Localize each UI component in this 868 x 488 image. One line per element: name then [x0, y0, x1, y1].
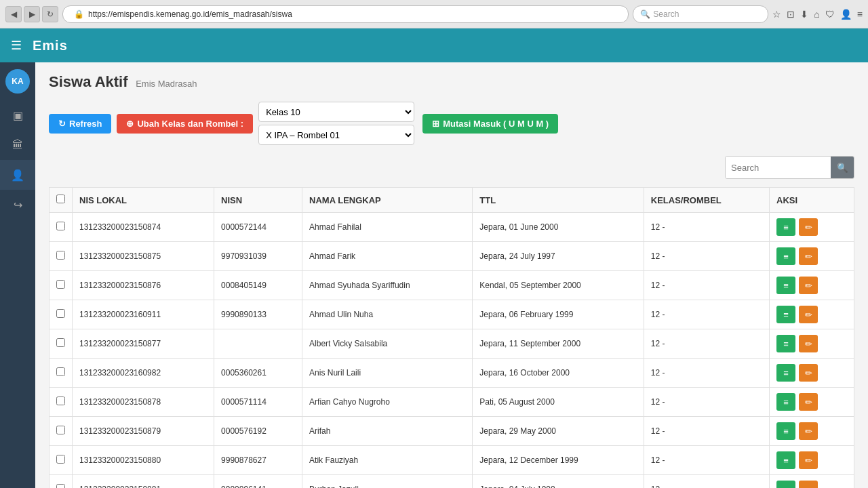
cell-nisn	[214, 329, 302, 359]
home-icon[interactable]: ⌂	[814, 9, 819, 20]
cell-aksi: ≡ ✏	[770, 242, 854, 271]
cell-nis-lokal: 131233200023150877	[73, 329, 214, 359]
hamburger-menu[interactable]: ☰	[11, 38, 22, 53]
avatar[interactable]: KA	[5, 69, 30, 94]
table-row: 131233200023150875 9970931039 Ahmad Fari…	[50, 242, 854, 271]
cell-nis-lokal: 131233200023150879	[73, 417, 214, 446]
sidebar-item-students[interactable]: 👤	[0, 160, 35, 190]
sidebar-item-dashboard[interactable]: ▣	[0, 100, 35, 130]
edit-icon-4: ✏	[805, 339, 812, 349]
row-checkbox-0[interactable]	[56, 222, 65, 230]
row-checkbox-5[interactable]	[56, 367, 65, 376]
ubah-kelas-button[interactable]: ⊕ Ubah Kelas dan Rombel :	[117, 114, 253, 134]
forward-button[interactable]: ▶	[24, 6, 40, 22]
cell-nama-lengkap: Anis Nuril Laili	[302, 359, 473, 388]
edit-icon-7: ✏	[805, 426, 812, 436]
detail-button-5[interactable]: ≡	[776, 364, 795, 382]
bookmark-icon[interactable]: ⊡	[787, 9, 795, 20]
detail-button-4[interactable]: ≡	[776, 335, 795, 352]
edit-button-6[interactable]: ✏	[799, 393, 818, 411]
ubah-label: Ubah Kelas dan Rombel :	[137, 119, 243, 129]
row-checkbox-7[interactable]	[56, 426, 65, 434]
browser-search-input[interactable]: 🔍 Search	[633, 5, 768, 23]
detail-button-0[interactable]: ≡	[776, 218, 795, 236]
cell-nisn: 0000571114	[214, 388, 302, 417]
cell-nisn: 9980896141	[214, 475, 302, 489]
row-checkbox-cell	[50, 388, 73, 417]
cell-kelas-rombel: 12 -	[644, 242, 769, 271]
row-checkbox-9[interactable]	[56, 484, 65, 488]
edit-icon-0: ✏	[805, 222, 812, 232]
sidebar-item-transfer[interactable]: ↪	[0, 190, 35, 220]
cell-nisn: 0005360261	[214, 359, 302, 388]
select-all-checkbox[interactable]	[56, 195, 65, 203]
refresh-button[interactable]: ↻ Refresh	[49, 114, 111, 134]
menu-icon[interactable]: ≡	[857, 9, 863, 20]
cell-nama-lengkap: Ahmad Farik	[302, 242, 473, 271]
browser-chrome: ◀ ▶ ↻ 🔒 https://emispendis.kemenag.go.id…	[0, 0, 868, 28]
edit-button-1[interactable]: ✏	[799, 247, 818, 265]
col-header-aksi: AKSI	[770, 188, 854, 213]
shield-icon[interactable]: 🛡	[825, 9, 835, 20]
detail-button-2[interactable]: ≡	[776, 277, 795, 294]
rombel-select[interactable]: X IPA – Rombel 01	[258, 125, 414, 145]
detail-button-7[interactable]: ≡	[776, 422, 795, 440]
back-button[interactable]: ◀	[5, 6, 22, 22]
row-checkbox-1[interactable]	[56, 251, 65, 260]
row-checkbox-cell	[50, 359, 73, 388]
cell-nama-lengkap: Ahmad Ulin Nuha	[302, 300, 473, 329]
cell-nis-lokal: 131233200023150876	[73, 271, 214, 300]
row-checkbox-2[interactable]	[56, 280, 65, 289]
search-input[interactable]	[726, 157, 831, 178]
edit-icon-5: ✏	[805, 368, 812, 378]
edit-button-5[interactable]: ✏	[799, 364, 818, 382]
cell-nis-lokal: 131233200023150874	[73, 213, 214, 242]
cell-kelas-rombel: 12 -	[644, 300, 769, 329]
star-icon[interactable]: ☆	[772, 9, 781, 20]
cell-ttl: Jepara, 16 October 2000	[473, 359, 644, 388]
row-checkbox-3[interactable]	[56, 309, 65, 318]
row-checkbox-cell	[50, 417, 73, 446]
row-checkbox-4[interactable]	[56, 338, 65, 347]
mutasi-masuk-button[interactable]: ⊞ Mutasi Masuk ( U M U M )	[422, 114, 558, 134]
detail-button-3[interactable]: ≡	[776, 306, 795, 323]
kelas-select[interactable]: Kelas 10	[258, 102, 414, 122]
cell-ttl: Jepara, 01 June 2000	[473, 213, 644, 242]
cell-nisn: 0000576192	[214, 417, 302, 446]
detail-button-1[interactable]: ≡	[776, 247, 795, 265]
edit-button-4[interactable]: ✏	[799, 335, 818, 352]
cell-ttl: Jepara, 24 July 1997	[473, 242, 644, 271]
detail-button-8[interactable]: ≡	[776, 451, 795, 469]
search-button[interactable]: 🔍	[831, 157, 854, 178]
edit-button-2[interactable]: ✏	[799, 277, 818, 294]
row-checkbox-8[interactable]	[56, 455, 65, 464]
mutasi-label: Mutasi Masuk ( U M U M )	[443, 119, 549, 129]
address-url: https://emispendis.kemenag.go.id/emis_ma…	[88, 9, 292, 19]
detail-button-9[interactable]: ≡	[776, 481, 795, 488]
detail-icon-5: ≡	[783, 368, 789, 378]
download-icon[interactable]: ⬇	[800, 9, 808, 20]
cell-kelas-rombel: 12 -	[644, 446, 769, 475]
cell-kelas-rombel: 12 -	[644, 329, 769, 359]
brand-logo: Emis	[33, 38, 68, 54]
edit-button-8[interactable]: ✏	[799, 451, 818, 469]
row-checkbox-6[interactable]	[56, 396, 65, 405]
cell-aksi: ≡ ✏	[770, 446, 854, 475]
edit-button-9[interactable]: ✏	[799, 481, 818, 488]
cell-nis-lokal: 131233200023150875	[73, 242, 214, 271]
dashboard-icon: ▣	[13, 109, 23, 122]
detail-icon-1: ≡	[783, 251, 789, 262]
detail-button-6[interactable]: ≡	[776, 393, 795, 411]
edit-button-7[interactable]: ✏	[799, 422, 818, 440]
cell-ttl: Jepara, 06 February 1999	[473, 300, 644, 329]
edit-button-3[interactable]: ✏	[799, 306, 818, 323]
edit-button-0[interactable]: ✏	[799, 218, 818, 236]
user-icon[interactable]: 👤	[840, 9, 852, 20]
cell-nisn: 0000572144	[214, 213, 302, 242]
address-bar[interactable]: 🔒 https://emispendis.kemenag.go.id/emis_…	[62, 5, 629, 23]
cell-nama-lengkap: Atik Fauziyah	[302, 446, 473, 475]
detail-icon-9: ≡	[783, 485, 789, 489]
sidebar-item-school[interactable]: 🏛	[0, 130, 35, 160]
reload-button[interactable]: ↻	[42, 6, 58, 22]
edit-icon-9: ✏	[805, 485, 812, 489]
